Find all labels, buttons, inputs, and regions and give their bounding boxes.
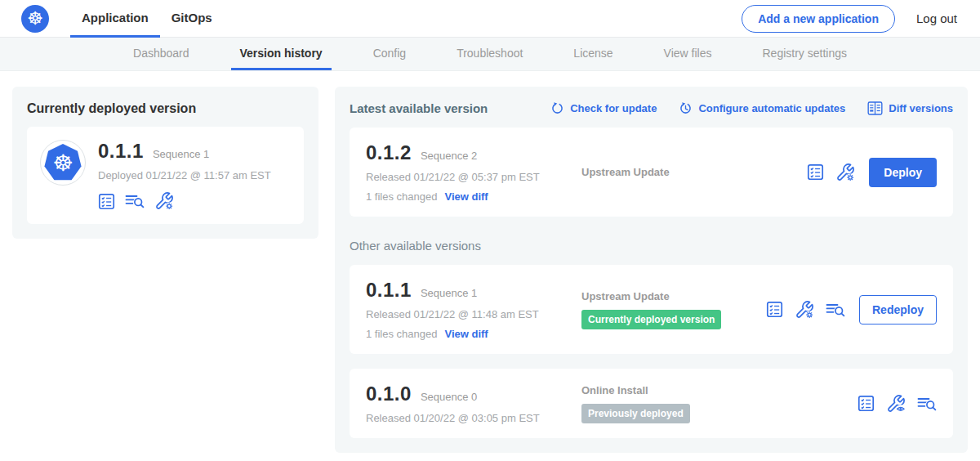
version-card-0-1-1: 0.1.1 Sequence 1 Released 01/21/22 @ 11:… — [350, 265, 953, 354]
add-new-application-button[interactable]: Add a new application — [742, 5, 895, 33]
version-number: 0.1.1 — [366, 279, 412, 302]
deployed-timestamp: Deployed 01/21/22 @ 11:57 am EST — [98, 169, 271, 181]
version-number: 0.1.0 — [366, 383, 412, 405]
redeploy-button[interactable]: Redeploy — [859, 295, 937, 324]
subnav-tab-view-files-label: View files — [664, 47, 712, 60]
subnav-tab-registry-settings-label: Registry settings — [763, 47, 847, 60]
subnav-tab-troubleshoot-label: Troubleshoot — [457, 47, 523, 60]
subnav-tab-registry-settings[interactable]: Registry settings — [754, 38, 856, 70]
version-card-0-1-0: 0.1.0 Sequence 0 Released 01/20/22 @ 03:… — [350, 369, 953, 438]
view-config-icon[interactable] — [886, 394, 906, 414]
check-for-update-label: Check for update — [570, 102, 657, 114]
preflight-checks-icon[interactable] — [858, 395, 875, 412]
subnav-tab-view-files[interactable]: View files — [655, 38, 721, 70]
subnav-tab-config[interactable]: Config — [364, 38, 415, 70]
config-icon[interactable] — [795, 300, 814, 320]
deploy-button[interactable]: Deploy — [869, 158, 937, 187]
sequence-label: Sequence 2 — [421, 150, 477, 162]
preflight-checks-icon[interactable] — [807, 163, 824, 181]
version-source-label: Upstream Update — [581, 290, 766, 302]
version-card-0-1-2: 0.1.2 Sequence 2 Released 01/21/22 @ 05:… — [350, 128, 953, 217]
diff-icon — [867, 101, 883, 115]
configure-automatic-updates-label: Configure automatic updates — [698, 102, 845, 114]
latest-available-title: Latest available version — [350, 101, 488, 115]
currently-deployed-badge: Currently deployed version — [581, 310, 721, 329]
tab-application[interactable]: Application — [70, 0, 160, 38]
refresh-icon — [550, 101, 564, 115]
files-changed-label: 1 files changed — [366, 190, 437, 203]
schedule-update-icon — [679, 101, 693, 115]
configure-automatic-updates-link[interactable]: Configure automatic updates — [679, 101, 845, 115]
top-header: ☸ Application GitOps Add a new applicati… — [0, 0, 980, 38]
main-content: Currently deployed version ☸ 0.1.1 Seque… — [0, 71, 980, 461]
kubernetes-app-icon: ☸ — [44, 144, 82, 181]
header-right: Add a new application Log out — [742, 5, 957, 33]
preflight-checks-icon[interactable] — [766, 301, 783, 318]
version-source-label: Online Install — [581, 384, 858, 396]
subnav-tab-license[interactable]: License — [564, 38, 621, 70]
deploy-logs-icon[interactable] — [125, 193, 145, 209]
config-icon[interactable] — [154, 191, 174, 211]
tab-gitops-label: GitOps — [172, 11, 212, 25]
app-subnav: Dashboard Version history Config Trouble… — [0, 38, 980, 71]
subnav-tab-troubleshoot[interactable]: Troubleshoot — [448, 38, 532, 70]
diff-versions-link[interactable]: Diff versions — [867, 101, 953, 115]
view-diff-link[interactable]: View diff — [444, 190, 488, 203]
view-diff-link[interactable]: View diff — [444, 328, 488, 340]
available-versions-panel: Latest available version Check for updat… — [335, 87, 968, 453]
other-available-versions-title: Other available versions — [350, 239, 953, 253]
subnav-tab-license-label: License — [573, 47, 612, 60]
subnav-tab-dashboard[interactable]: Dashboard — [124, 38, 198, 70]
diff-versions-label: Diff versions — [889, 102, 953, 114]
sequence-label: Sequence 0 — [421, 391, 477, 403]
subnav-tab-config-label: Config — [373, 47, 406, 60]
deployed-version-number: 0.1.1 — [98, 140, 144, 163]
currently-deployed-title: Currently deployed version — [27, 101, 304, 116]
released-timestamp: Released 01/20/22 @ 03:05 pm EST — [366, 412, 570, 424]
released-timestamp: Released 01/21/22 @ 05:37 pm EST — [366, 171, 570, 183]
app-logo: ☸ — [40, 140, 86, 186]
check-for-update-link[interactable]: Check for update — [550, 101, 657, 115]
tab-gitops[interactable]: GitOps — [160, 0, 224, 38]
sequence-label: Sequence 1 — [421, 287, 477, 299]
version-source-label: Upstream Update — [581, 166, 807, 178]
subnav-tab-version-history-label: Version history — [240, 47, 323, 60]
kubernetes-logo-icon: ☸ — [21, 5, 49, 33]
previously-deployed-badge: Previously deployed — [581, 404, 690, 423]
subnav-tab-dashboard-label: Dashboard — [133, 47, 189, 60]
files-changed-label: 1 files changed — [366, 328, 437, 340]
preflight-checks-icon[interactable] — [98, 193, 115, 210]
config-icon[interactable] — [835, 163, 855, 182]
subnav-tab-version-history[interactable]: Version history — [231, 38, 332, 70]
top-nav: Application GitOps — [70, 0, 224, 38]
logout-button[interactable]: Log out — [916, 11, 957, 25]
deployed-sequence-label: Sequence 1 — [153, 148, 209, 160]
deploy-logs-icon[interactable] — [917, 396, 937, 412]
deploy-logs-icon[interactable] — [826, 302, 845, 318]
currently-deployed-panel: Currently deployed version ☸ 0.1.1 Seque… — [12, 87, 318, 239]
version-number: 0.1.2 — [366, 141, 412, 164]
currently-deployed-card: ☸ 0.1.1 Sequence 1 Deployed 01/21/22 @ 1… — [27, 127, 304, 224]
released-timestamp: Released 01/21/22 @ 11:48 am EST — [366, 308, 570, 320]
tab-application-label: Application — [82, 11, 149, 25]
